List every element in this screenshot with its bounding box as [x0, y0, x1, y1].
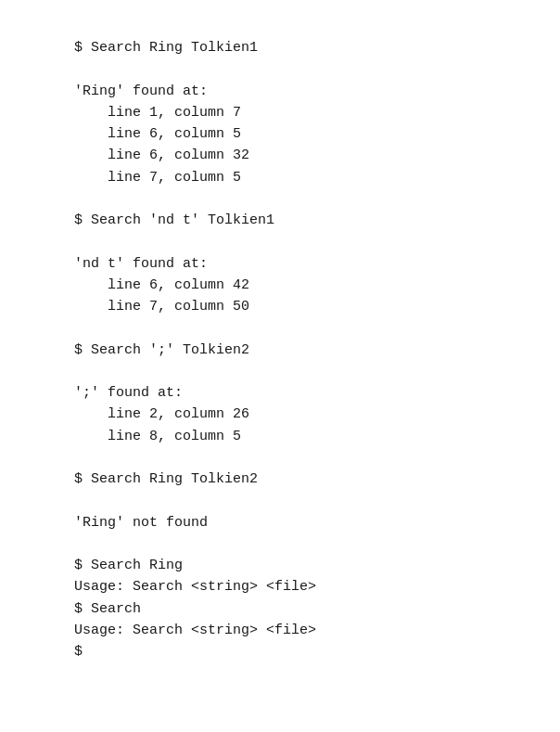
terminal-output: $ Search Ring Tolkien1 'Ring' found at: …: [0, 28, 560, 681]
